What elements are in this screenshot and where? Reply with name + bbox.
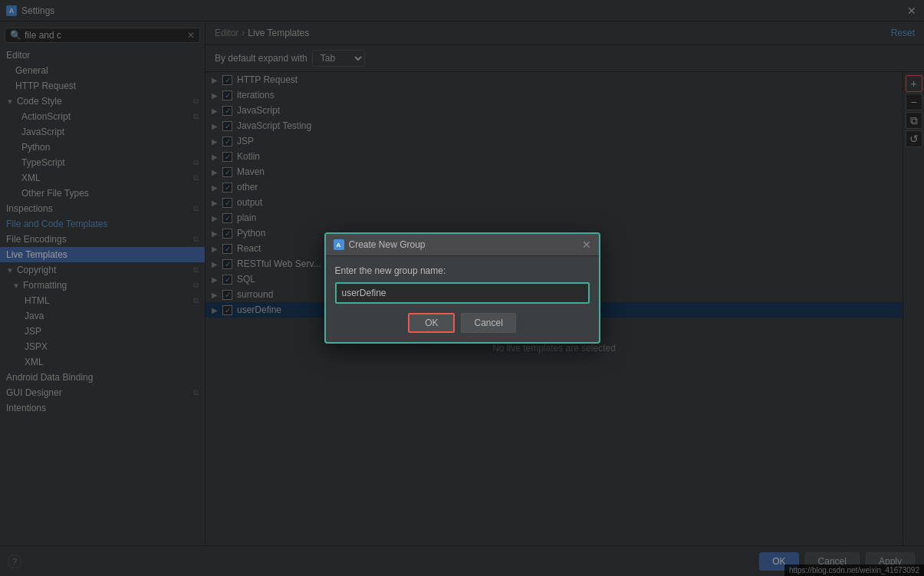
modal-label: Enter the new group name: <box>335 265 590 276</box>
modal-close-button[interactable]: ✕ <box>582 239 591 251</box>
modal-overlay: A Create New Group ✕ Enter the new group… <box>0 0 924 576</box>
modal-icon: A <box>334 239 344 250</box>
modal-ok-button[interactable]: OK <box>408 313 455 333</box>
modal-title-text: Create New Group <box>349 239 426 250</box>
modal-title-bar: A Create New Group ✕ <box>326 234 599 256</box>
modal-body: Enter the new group name: OK Cancel <box>326 256 599 342</box>
group-name-input[interactable] <box>337 285 587 301</box>
modal-cancel-button[interactable]: Cancel <box>461 313 515 333</box>
modal-input-wrapper <box>335 282 590 304</box>
create-group-modal: A Create New Group ✕ Enter the new group… <box>324 232 600 344</box>
modal-buttons: OK Cancel <box>335 313 590 333</box>
